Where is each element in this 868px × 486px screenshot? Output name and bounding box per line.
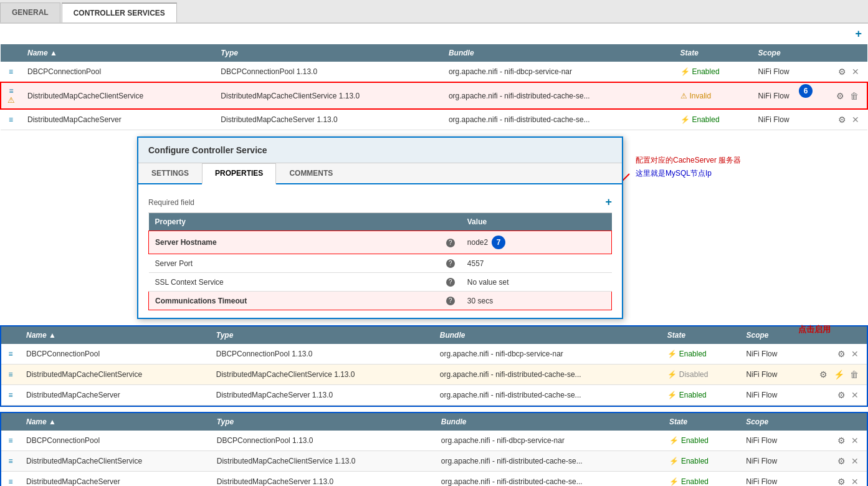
col-type: Type <box>211 413 435 431</box>
delete-button[interactable]: ✕ <box>850 65 861 78</box>
row-actions: ⚙ ✕ <box>804 344 867 364</box>
configure-button[interactable]: ⚙ <box>836 389 847 401</box>
tab-comments[interactable]: COMMENTS <box>276 163 346 183</box>
col-scope: Scope <box>752 44 818 62</box>
delete-button[interactable]: ✕ <box>849 389 861 401</box>
prop-value[interactable]: 30 secs <box>461 292 612 310</box>
configure-button[interactable]: ⚙ <box>836 65 848 78</box>
row-scope: NiFi Flow <box>740 472 804 487</box>
table-row: ≡ DistributedMapCacheClientService Distr… <box>1 364 867 385</box>
help-icon[interactable]: ? <box>446 297 455 305</box>
row-state: ⚡ Disabled <box>661 364 740 385</box>
table-row: ≡ DBCPConnectionPool DBCPConnectionPool … <box>1 344 867 364</box>
row-type: DBCPConnectionPool 1.13.0 <box>214 62 442 82</box>
row-bundle: org.apache.nifi - nifi-dbcp-service-nar <box>442 62 674 82</box>
row-bundle: org.apache.nifi - nifi-distributed-cache… <box>434 385 661 406</box>
table-row: ≡ DistributedMapCacheServer DistributedM… <box>1 385 867 406</box>
row-name: DistributedMapCacheClientService <box>21 82 214 109</box>
delete-button[interactable]: ✕ <box>849 348 861 360</box>
prop-value[interactable]: node2 7 <box>461 231 612 254</box>
col-bundle: Bundle <box>435 413 663 431</box>
row-name: DistributedMapCacheServer <box>20 472 211 487</box>
prop-value[interactable]: No value set <box>461 273 612 292</box>
row-actions: ⚙ ⚡ 🗑 8 <box>804 364 867 385</box>
prop-help: ? <box>440 231 461 254</box>
properties-table: Property Value Server Hostname ? <box>148 213 612 310</box>
row-type: DistributedMapCacheServer 1.13.0 <box>210 385 434 406</box>
tab-general[interactable]: GENERAL <box>0 2 60 22</box>
row-state: ⚡ Enabled <box>674 109 752 130</box>
row-bundle: org.apache.nifi - nifi-distributed-cache… <box>435 472 663 487</box>
help-icon[interactable]: ? <box>446 278 455 287</box>
configure-button[interactable]: ⚙ <box>836 434 847 447</box>
row-bundle: org.apache.nifi - nifi-distributed-cache… <box>435 451 663 472</box>
col-type: Type <box>214 44 442 62</box>
row-state: ⚡ Enabled <box>663 431 740 451</box>
col-scope: Scope <box>740 413 804 431</box>
configure-button[interactable]: ⚙ <box>836 455 847 467</box>
delete-button[interactable]: ✕ <box>849 475 861 486</box>
configure-button[interactable]: ⚙ <box>834 90 846 102</box>
row-state: ⚡ Enabled <box>663 472 740 487</box>
tab-settings[interactable]: SETTINGS <box>138 163 202 183</box>
prop-value[interactable]: 4557 <box>461 254 612 273</box>
prop-name: SSL Context Service <box>149 273 440 292</box>
list-icon: ≡ <box>9 67 13 76</box>
prop-row: SSL Context Service ? No value set <box>149 273 612 292</box>
row-icon: ≡ <box>1 62 21 82</box>
required-field-label: Required field <box>148 198 194 207</box>
row-scope: NiFi Flow <box>752 109 818 130</box>
lightning-icon: ⚡ <box>667 350 677 358</box>
col-name[interactable]: Name ▲ <box>20 413 211 431</box>
prop-name: Communications Timeout <box>149 292 440 310</box>
lightning-icon: ⚡ <box>667 391 677 399</box>
col-icon <box>1 326 20 344</box>
enable-button[interactable]: ⚡ <box>832 368 846 381</box>
prop-help: ? <box>440 254 461 273</box>
row-scope: NiFi Flow <box>740 364 804 385</box>
delete-button[interactable]: 🗑 <box>848 90 861 102</box>
delete-button[interactable]: 🗑 <box>848 368 861 381</box>
row-name: DistributedMapCacheServer <box>21 109 214 130</box>
state-badge: ⚡ Enabled <box>680 67 720 76</box>
configure-dialog: Configure Controller Service SETTINGS PR… <box>137 136 623 319</box>
tab-controller-services[interactable]: CONTROLLER SERVICES <box>62 2 177 22</box>
delete-button[interactable]: ✕ <box>850 113 861 126</box>
props-header-row: Property Value <box>149 213 612 231</box>
state-badge: ⚡ Enabled <box>667 391 707 399</box>
lightning-icon: ⚡ <box>680 115 690 124</box>
prop-col-help <box>440 213 461 231</box>
callout-text-1-line2: 这里就是MySQL节点Ip <box>636 168 741 179</box>
delete-button[interactable]: ✕ <box>849 455 861 467</box>
help-icon[interactable]: ? <box>446 259 455 268</box>
lightning-icon: ⚡ <box>669 477 679 486</box>
row-state: ⚡ Enabled <box>663 451 740 472</box>
configure-button[interactable]: ⚙ <box>836 113 848 126</box>
col-name[interactable]: Name ▲ <box>20 326 210 344</box>
row-icon: ≡ <box>1 364 20 385</box>
delete-button[interactable]: ✕ <box>849 434 861 447</box>
warning-state-icon: ⚠ <box>680 92 687 100</box>
list-icon: ≡ <box>9 87 13 95</box>
table-header-row: Name ▲ Type Bundle State Scope <box>1 326 867 344</box>
row-icon: ≡ <box>1 451 20 472</box>
col-scope: Scope <box>740 326 804 344</box>
configure-button[interactable]: ⚙ <box>836 348 847 360</box>
configure-button[interactable]: ⚙ <box>818 368 829 381</box>
col-name[interactable]: Name ▲ <box>21 44 214 62</box>
services-table-3: Name ▲ Type Bundle State Scope ≡ DBCPCon… <box>1 413 867 486</box>
list-icon: ≡ <box>9 115 13 124</box>
row-type: DBCPConnectionPool 1.13.0 <box>210 344 434 364</box>
state-badge: ⚡ Enabled <box>669 477 708 486</box>
table-section-3: Name ▲ Type Bundle State Scope ≡ DBCPCon… <box>0 412 868 486</box>
prop-name: Server Port <box>149 254 440 273</box>
add-property-button[interactable]: + <box>605 196 612 209</box>
required-field-row: Required field + <box>148 192 612 213</box>
col-state: State <box>661 326 740 344</box>
configure-button[interactable]: ⚙ <box>836 475 847 486</box>
tab-properties[interactable]: PROPERTIES <box>202 163 276 184</box>
main-content: + Name ▲ Type Bundle State Scope <box>0 24 868 486</box>
add-service-button[interactable]: + <box>855 27 862 40</box>
help-icon[interactable]: ? <box>446 239 455 247</box>
prop-col-name: Property <box>149 213 440 231</box>
